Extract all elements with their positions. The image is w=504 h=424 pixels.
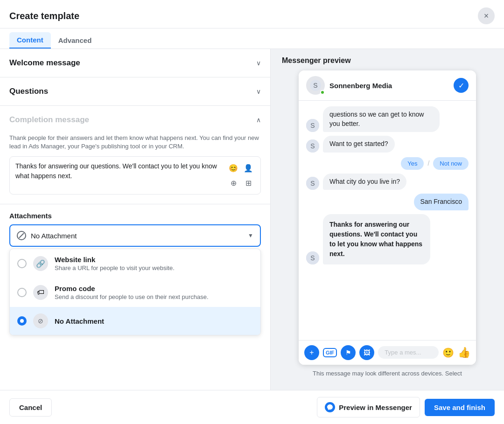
bubble-san-francisco: San Francisco (414, 194, 469, 210)
completion-message-title: Completion message (9, 115, 89, 125)
tab-content[interactable]: Content (9, 32, 51, 49)
completion-message-box[interactable]: Thanks for answering our questions. We'l… (9, 156, 261, 195)
promo-code-icon: 🏷 (33, 285, 48, 300)
image-icon[interactable]: 🖼 (359, 345, 374, 360)
verified-badge: ✓ (454, 78, 469, 93)
person-icon-btn[interactable]: 👤 (242, 161, 255, 174)
dropdown-arrow-icon: ▼ (248, 232, 253, 239)
tab-bar: Content Advanced (0, 28, 504, 49)
no-attachment-content: No Attachment (55, 317, 253, 325)
website-link-title: Website link (55, 256, 253, 264)
svg-text:S: S (310, 254, 315, 262)
questions-title: Questions (9, 87, 48, 96)
gif-button[interactable]: GIF (323, 348, 337, 357)
attachment-dropdown-left: No Attachment (17, 231, 77, 240)
radio-promo-code (17, 288, 27, 297)
no-attachment-title: No Attachment (55, 317, 253, 325)
attachment-selected-label: No Attachment (31, 232, 77, 240)
website-link-desc: Share a URL for people to visit your web… (55, 264, 253, 271)
media-icon-btn[interactable]: ⊞ (242, 176, 255, 189)
no-attachment-menu-icon: ⊘ (33, 313, 48, 328)
dropdown-item-promo-code[interactable]: 🏷 Promo code Send a discount for people … (10, 278, 260, 307)
completion-message-chevron: ∧ (256, 116, 261, 124)
preview-title: Messenger preview (278, 56, 351, 65)
website-link-content: Website link Share a URL for people to v… (55, 256, 253, 271)
quick-reply-yes[interactable]: Yes (401, 157, 424, 170)
questions-section: Questions ∨ (0, 77, 270, 106)
radio-website-link (17, 259, 27, 268)
flag-icon[interactable]: ⚑ (341, 345, 356, 360)
completion-message-text: Thanks for answering our questions. We'l… (15, 161, 223, 181)
modal-title: Create template (9, 11, 79, 21)
questions-chevron: ∨ (256, 88, 261, 95)
modal-footer: Cancel Preview in Messenger Save and fin… (0, 390, 504, 424)
website-link-icon: 🔗 (33, 256, 48, 271)
save-and-finish-button[interactable]: Save and finish (425, 399, 495, 416)
svg-text:S: S (310, 142, 315, 150)
left-panel: Welcome message ∨ Questions ∨ Completion… (0, 49, 271, 390)
msg-questions: S questions so we can get to know you be… (306, 106, 469, 132)
emoji-icon-btn[interactable]: 😊 (227, 161, 240, 174)
msg-get-started: S Want to get started? (306, 136, 469, 153)
create-template-modal: Create template × Content Advanced Welco… (0, 0, 504, 424)
bot-avatar-3: S (306, 177, 319, 190)
emoji-button[interactable]: 🙂 (442, 347, 454, 358)
svg-text:S: S (313, 82, 317, 89)
message-icon-group: 😊 👤 ⊕ ⊞ (227, 161, 255, 189)
svg-text:S: S (310, 180, 315, 187)
thumbs-up-button[interactable]: 👍 (458, 347, 470, 359)
welcome-message-header[interactable]: Welcome message ∨ (0, 49, 270, 77)
dropdown-item-no-attachment[interactable]: ⊘ No Attachment (10, 307, 260, 335)
page-name: Sonnenberg Media (329, 82, 454, 90)
welcome-message-section: Welcome message ∨ (0, 49, 270, 77)
messenger-logo-icon (325, 402, 335, 412)
messenger-input-bar: + GIF ⚑ 🖼 Type a mes... 🙂 👍 (299, 340, 476, 365)
modal-header: Create template × (0, 0, 504, 28)
bot-avatar-1: S (306, 119, 319, 132)
close-button[interactable]: × (478, 7, 495, 24)
add-icon-btn[interactable]: ⊕ (227, 176, 240, 189)
promo-code-desc: Send a discount for people to use on the… (55, 293, 253, 300)
preview-in-messenger-button[interactable]: Preview in Messenger (317, 397, 420, 417)
bot-avatar-2: S (306, 139, 319, 153)
no-attachment-icon (17, 231, 26, 240)
bubble-questions: questions so we can get to know you bett… (323, 106, 440, 132)
messenger-preview: S Sonnenberg Media ✓ S questions so we c… (299, 70, 476, 365)
divider: / (427, 160, 429, 167)
preview-btn-label: Preview in Messenger (339, 403, 412, 411)
quick-replies: Yes / Not now (306, 157, 469, 170)
attachment-dropdown[interactable]: No Attachment ▼ (9, 224, 261, 247)
footer-right: Preview in Messenger Save and finish (317, 397, 495, 417)
message-input[interactable]: Type a mes... (378, 346, 439, 359)
radio-no-attachment (17, 316, 27, 326)
cancel-button[interactable]: Cancel (9, 398, 52, 417)
modal-body: Welcome message ∨ Questions ∨ Completion… (0, 49, 504, 390)
messenger-header: S Sonnenberg Media ✓ (299, 70, 476, 101)
add-icon[interactable]: + (304, 345, 319, 360)
msg-san-francisco: San Francisco (306, 194, 469, 210)
bubble-city: What city do you live in? (323, 174, 406, 190)
attachments-label: Attachments (9, 212, 261, 220)
questions-header[interactable]: Questions ∨ (0, 77, 270, 105)
bubble-get-started: Want to get started? (323, 136, 395, 153)
welcome-message-title: Welcome message (9, 58, 80, 68)
completion-message-section: Completion message ∧ Thank people for th… (0, 106, 270, 204)
bubble-completion: Thanks for answering our questions. We'l… (323, 214, 430, 264)
completion-section-body: Thank people for their answers and let t… (0, 134, 270, 204)
bot-avatar-4: S (306, 251, 319, 264)
preview-note: This message may look different across d… (308, 365, 467, 382)
completion-description: Thank people for their answers and let t… (9, 134, 261, 151)
online-indicator (320, 90, 325, 95)
right-panel: Messenger preview S Sonnenberg Media ✓ (271, 49, 504, 390)
message-icons-row-2: ⊕ ⊞ (227, 176, 255, 189)
messenger-avatar: S (306, 76, 325, 95)
svg-text:S: S (310, 122, 315, 129)
quick-reply-not-now[interactable]: Not now (433, 157, 469, 170)
dropdown-item-website-link[interactable]: 🔗 Website link Share a URL for people to… (10, 249, 260, 278)
completion-message-header[interactable]: Completion message ∧ (0, 106, 270, 134)
welcome-message-chevron: ∨ (256, 59, 261, 67)
msg-city: S What city do you live in? (306, 174, 469, 190)
attachments-section: Attachments No Attachment ▼ 🔗 W (0, 204, 270, 343)
msg-completion: S Thanks for answering our questions. We… (306, 214, 469, 264)
tab-advanced[interactable]: Advanced (51, 32, 99, 49)
